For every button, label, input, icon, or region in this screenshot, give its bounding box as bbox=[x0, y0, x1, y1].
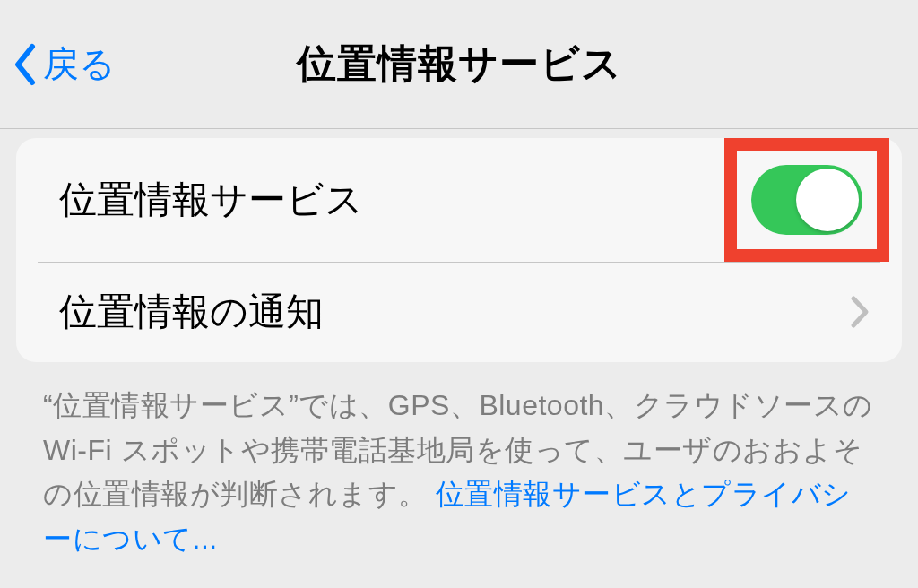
chevron-right-icon bbox=[850, 295, 870, 329]
toggle-knob bbox=[796, 169, 859, 231]
back-label: 戻る bbox=[43, 39, 116, 89]
highlight-box bbox=[724, 138, 889, 262]
location-services-label: 位置情報サービス bbox=[59, 175, 363, 225]
location-alerts-row[interactable]: 位置情報の通知 bbox=[16, 262, 902, 362]
back-button[interactable]: 戻る bbox=[0, 39, 116, 89]
location-alerts-label: 位置情報の通知 bbox=[59, 287, 324, 337]
navigation-header: 戻る 位置情報サービス bbox=[0, 0, 918, 129]
chevron-left-icon bbox=[13, 43, 38, 86]
settings-list: 位置情報サービス 位置情報の通知 bbox=[16, 138, 902, 362]
location-services-toggle[interactable] bbox=[751, 165, 862, 235]
page-title: 位置情報サービス bbox=[297, 38, 622, 91]
footer-description: “位置情報サービス”では、GPS、Bluetooth、クラウドソースの Wi-F… bbox=[0, 362, 918, 579]
location-services-row: 位置情報サービス bbox=[16, 138, 902, 262]
